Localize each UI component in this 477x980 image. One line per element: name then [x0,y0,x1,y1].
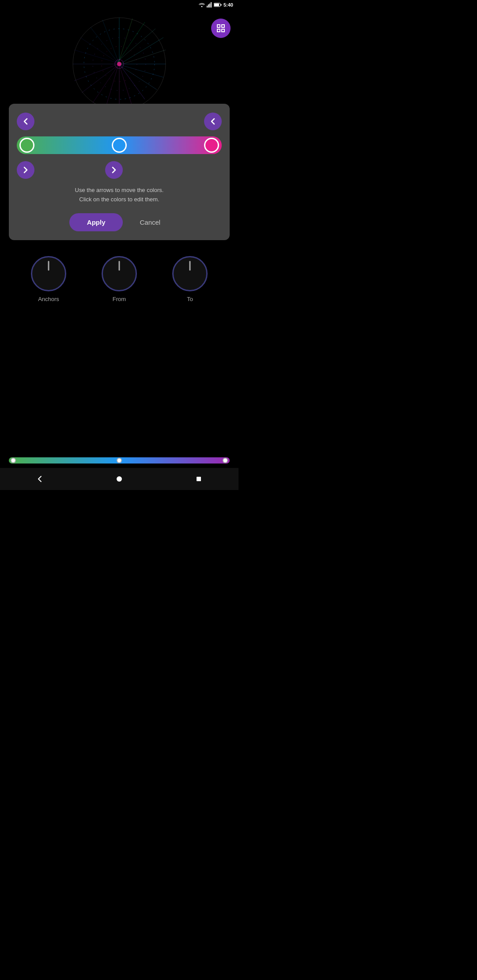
bottom-gradient-bar[interactable] [9,457,230,464]
anchors-label: Anchors [38,296,59,302]
bar-dot-right[interactable] [223,458,228,463]
svg-rect-40 [197,477,201,481]
bottom-navigation [0,468,238,490]
svg-line-13 [120,38,163,64]
chevron-right-icon [22,166,30,174]
from-label: From [113,296,126,302]
anchors-knob[interactable] [31,256,66,291]
bar-dot-left[interactable] [11,458,16,463]
signal-icon [207,2,212,8]
next-color-button[interactable] [17,161,34,179]
action-row: Apply Cancel [17,213,222,231]
home-icon [116,476,122,482]
battery-icon [214,3,222,7]
svg-line-14 [120,50,166,65]
svg-line-23 [82,65,118,93]
chevron-right-icon-2 [110,166,118,174]
back-icon [36,475,44,483]
chevron-left-icon [22,117,30,125]
bottom-nav-row [17,161,222,179]
recents-nav-button[interactable] [192,472,205,486]
svg-line-21 [105,65,118,109]
svg-line-28 [91,27,119,64]
gradient-bar [17,136,222,154]
instruction-line-2: Click on the colors to edit them. [17,195,222,204]
svg-line-29 [102,20,119,64]
anchors-knob-group: Anchors [31,256,66,302]
svg-rect-38 [222,29,224,32]
blue-thumb[interactable] [112,138,127,153]
svg-line-12 [117,29,155,62]
svg-line-19 [119,65,132,107]
color-editor-dialog: Use the arrows to move the colors. Click… [9,104,230,240]
svg-line-27 [80,38,118,63]
circle-visualization [71,15,168,113]
from-knob[interactable] [102,256,137,291]
to-knob-group: To [172,256,208,302]
instruction-text: Use the arrows to move the colors. Click… [17,186,222,204]
pink-thumb[interactable] [204,138,219,153]
svg-rect-37 [217,29,220,32]
top-nav-row [17,113,222,130]
instruction-line-1: Use the arrows to move the colors. [17,186,222,195]
controls-area: Anchors From To [0,247,238,302]
svg-rect-6 [214,4,219,6]
svg-rect-7 [220,4,221,6]
prev-color-button-2[interactable] [204,113,222,130]
prev-color-button[interactable] [17,113,34,130]
svg-line-22 [93,65,118,103]
back-nav-button[interactable] [33,472,46,486]
wifi-icon [199,3,205,7]
svg-point-39 [117,476,122,482]
recents-icon [196,476,202,482]
svg-point-0 [201,6,202,8]
status-bar: 5:40 [0,0,238,10]
cancel-button[interactable]: Cancel [131,213,169,231]
svg-line-10 [118,19,132,63]
gradient-slider[interactable] [17,136,222,154]
to-knob[interactable] [172,256,208,291]
svg-line-24 [74,64,118,81]
svg-line-16 [120,65,163,77]
svg-rect-35 [217,25,220,27]
svg-line-11 [117,22,145,63]
svg-rect-4 [211,2,212,8]
to-label: To [187,296,193,302]
visualization-area [0,13,238,115]
svg-rect-2 [208,4,209,8]
chevron-left-icon-2 [209,117,217,125]
apply-button[interactable]: Apply [69,213,123,231]
svg-rect-3 [209,4,210,8]
expand-icon [216,23,226,33]
next-color-button-2[interactable] [105,161,123,179]
status-time: 5:40 [223,2,233,8]
status-icons [199,2,222,8]
svg-line-18 [119,64,145,99]
green-thumb[interactable] [19,138,34,153]
svg-line-26 [74,50,118,63]
home-nav-button[interactable] [113,472,126,486]
spiral-svg [71,15,168,113]
svg-rect-1 [207,6,208,8]
svg-point-33 [117,62,121,66]
bar-dot-center[interactable] [117,458,122,463]
svg-rect-36 [222,25,224,27]
svg-line-17 [120,66,157,90]
from-knob-group: From [102,256,137,302]
expand-button[interactable] [211,19,231,38]
